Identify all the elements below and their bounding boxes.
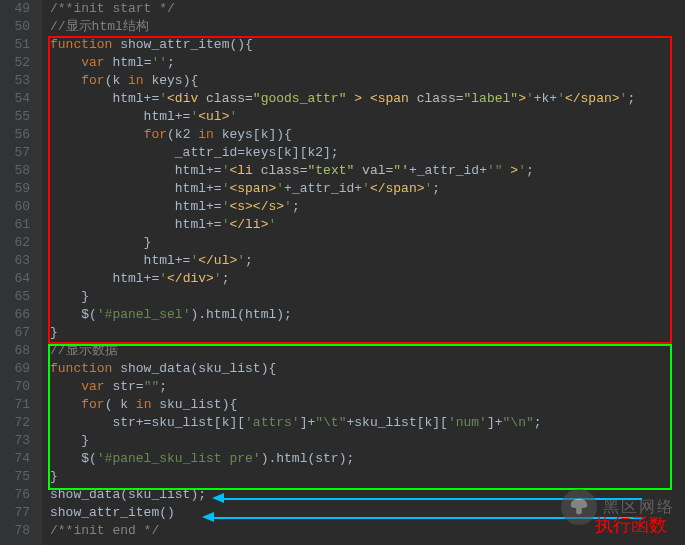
code-line[interactable]: html+='<li class="text" val="'+_attr_id+… [50,162,685,180]
code-token [354,163,362,178]
line-number: 61 [0,216,30,234]
line-number: 77 [0,504,30,522]
code-token: $( [50,451,97,466]
code-line[interactable]: html+='</ul>'; [50,252,685,270]
code-token: </span> [370,181,425,196]
code-token: show_attr_item() [50,505,175,520]
line-number: 65 [0,288,30,306]
code-token: </ul> [198,253,237,268]
code-token: show_data(sku_list); [50,487,206,502]
code-token: html+= [50,91,159,106]
line-number: 68 [0,342,30,360]
annotation-label: 执行函数 [595,513,667,537]
code-token: show_attr_item(){ [120,37,253,52]
code-line[interactable]: for( k in sku_list){ [50,396,685,414]
code-token: <s></s> [229,199,284,214]
code-line[interactable]: //显示数据 [50,342,685,360]
code-token: } [50,289,89,304]
line-number: 78 [0,522,30,540]
code-token: ' [526,91,534,106]
code-token: <li [229,163,260,178]
code-line[interactable]: //显示html结构 [50,18,685,36]
code-token: keys[k]){ [214,127,292,142]
line-number: 54 [0,90,30,108]
code-editor[interactable]: 4950515253545556575859606162636465666768… [0,0,685,545]
line-number: 51 [0,36,30,54]
code-line[interactable]: /**init start */ [50,0,685,18]
code-line[interactable]: str+=sku_list[k]['attrs']+"\t"+sku_list[… [50,414,685,432]
code-token: html= [112,55,151,70]
code-token [50,127,144,142]
code-token: ( k [105,397,136,412]
line-number: 66 [0,306,30,324]
code-token: function [50,37,120,52]
line-number: 49 [0,0,30,18]
code-line[interactable]: var str=""; [50,378,685,396]
code-token: </div> [167,271,214,286]
code-line[interactable]: } [50,288,685,306]
code-token: <div [167,91,206,106]
code-line[interactable]: function show_attr_item(){ [50,36,685,54]
code-line[interactable]: html+='<span>'+_attr_id+'</span>'; [50,180,685,198]
code-token: 'num' [448,415,487,430]
code-line[interactable]: $('#panel_sku_list pre').html(str); [50,450,685,468]
code-line[interactable]: _attr_id=keys[k][k2]; [50,144,685,162]
code-token: ]+ [487,415,503,430]
code-token: "label" [464,91,519,106]
code-token: 'attrs' [245,415,300,430]
code-token: html+= [50,253,190,268]
code-line[interactable]: html+='<ul>' [50,108,685,126]
line-number: 50 [0,18,30,36]
code-token: <span> [229,181,276,196]
code-token: > [518,91,526,106]
code-line[interactable]: } [50,234,685,252]
code-token: ' [159,271,167,286]
code-token: ' [268,217,276,232]
code-line[interactable]: html+='<div class="goods_attr" > <span c… [50,90,685,108]
code-token: html+= [50,109,190,124]
code-line[interactable]: $('#panel_sel').html(html); [50,306,685,324]
line-number: 56 [0,126,30,144]
code-line[interactable]: html+='</div>'; [50,270,685,288]
code-token: var [81,379,112,394]
code-token: str+=sku_list[k][ [50,415,245,430]
code-line[interactable]: /**init end */ [50,522,685,540]
code-line[interactable]: html+='</li>' [50,216,685,234]
code-token: ; [292,199,300,214]
line-number: 73 [0,432,30,450]
code-token: ; [432,181,440,196]
code-line[interactable]: function show_data(sku_list){ [50,360,685,378]
line-number: 59 [0,180,30,198]
line-number: 74 [0,450,30,468]
code-token: ; [159,379,167,394]
line-number: 71 [0,396,30,414]
code-token: ; [167,55,175,70]
code-area[interactable]: /**init start *///显示html结构function show_… [42,0,685,545]
code-token: /**init end */ [50,523,159,538]
code-token: class= [261,163,308,178]
code-line[interactable]: for(k2 in keys[k]){ [50,126,685,144]
line-number: 53 [0,72,30,90]
code-token: ' [276,181,284,196]
code-line[interactable]: } [50,432,685,450]
code-line[interactable]: for(k in keys){ [50,72,685,90]
code-line[interactable]: } [50,468,685,486]
code-token: } [50,235,151,250]
code-line[interactable]: var html=''; [50,54,685,72]
code-token: +_attr_id+ [409,163,487,178]
code-token: for [144,127,167,142]
code-token: '#panel_sku_list pre' [97,451,261,466]
code-line[interactable]: show_attr_item() [50,504,685,522]
code-token: <ul> [198,109,229,124]
code-token: in [198,127,214,142]
code-token: ' [518,163,526,178]
code-token: } [50,325,58,340]
code-line[interactable]: html+='<s></s>'; [50,198,685,216]
code-line[interactable]: } [50,324,685,342]
code-token: ' [214,271,222,286]
code-token: </li> [229,217,268,232]
code-line[interactable]: show_data(sku_list); [50,486,685,504]
code-token: ; [222,271,230,286]
line-number: 62 [0,234,30,252]
code-token: (k [105,73,128,88]
